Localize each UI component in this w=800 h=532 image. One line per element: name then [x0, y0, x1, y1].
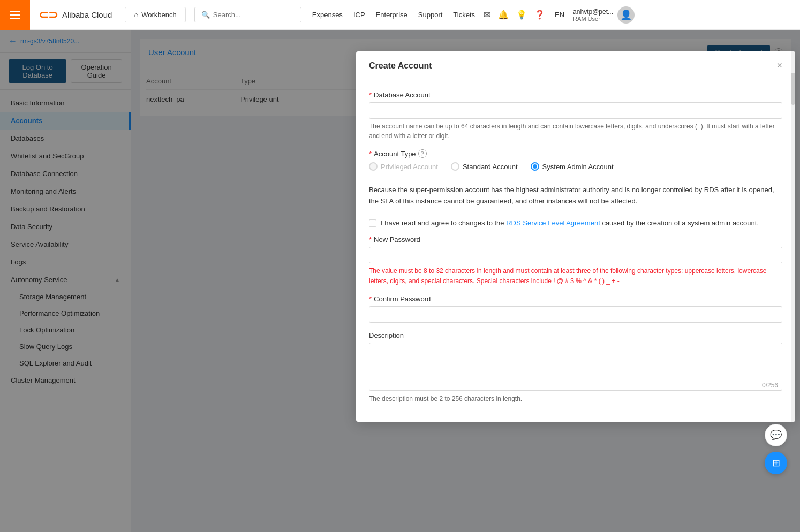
- radio-sysadmin[interactable]: System Admin Account: [531, 162, 614, 171]
- modal-scrollbar[interactable]: [791, 51, 795, 422]
- confirm-password-input[interactable]: [369, 306, 782, 323]
- modal-header: Create Account ×: [356, 51, 795, 80]
- nav-expenses[interactable]: Expenses: [312, 11, 343, 19]
- message-icon[interactable]: ✉: [484, 10, 490, 20]
- radio-circle-standard: [451, 162, 459, 171]
- modal-close-button[interactable]: ×: [776, 60, 782, 71]
- nav-tickets[interactable]: Tickets: [453, 11, 475, 19]
- create-account-modal: Create Account × * Database Account The …: [356, 51, 795, 422]
- avatar[interactable]: 👤: [617, 6, 635, 24]
- nav-icons: ✉ 🔔 💡 ❓ EN: [484, 10, 564, 20]
- account-type-help-icon[interactable]: ?: [418, 149, 427, 158]
- new-password-input[interactable]: [369, 247, 782, 263]
- lang-button[interactable]: EN: [555, 11, 564, 19]
- app-float-button[interactable]: ⊞: [765, 452, 787, 474]
- radio-standard[interactable]: Standard Account: [451, 162, 518, 171]
- agreement-checkbox[interactable]: [369, 219, 376, 227]
- description-textarea-wrap: 0/256: [369, 343, 782, 392]
- rds-agreement-link[interactable]: RDS Service Level Agreement: [506, 219, 600, 227]
- apps-icon: ⊞: [772, 457, 780, 469]
- account-type-options: Privileged Account Standard Account Syst…: [369, 162, 782, 171]
- new-password-label: * New Password: [369, 235, 782, 244]
- warning-text: Because the super-permission account has…: [369, 185, 782, 207]
- required-star-3: *: [369, 235, 372, 244]
- bell-icon[interactable]: 🔔: [498, 10, 509, 20]
- alibaba-logo-icon: ⊂⊃: [39, 8, 58, 22]
- confirm-password-field: * Confirm Password: [369, 295, 782, 323]
- search-icon: 🔍: [201, 11, 210, 19]
- hamburger-button[interactable]: [0, 0, 30, 30]
- modal-body: * Database Account The account name can …: [356, 80, 795, 422]
- nav-support[interactable]: Support: [418, 11, 443, 19]
- bulb-icon[interactable]: 💡: [516, 10, 527, 20]
- nav-enterprise[interactable]: Enterprise: [376, 11, 407, 19]
- nav-links: Expenses ICP Enterprise Support Tickets: [312, 11, 475, 19]
- user-area[interactable]: anhvtp@pet... RAM User 👤: [573, 6, 635, 24]
- search-input[interactable]: [213, 11, 295, 19]
- description-hint: The description must be 2 to 256 charact…: [369, 395, 782, 402]
- radio-privileged[interactable]: Privileged Account: [369, 162, 438, 171]
- modal-scrollbar-thumb: [791, 73, 795, 105]
- user-name: anhvtp@pet...: [573, 8, 613, 16]
- database-account-hint: The account name can be up to 64 charact…: [369, 121, 782, 141]
- nav-icp[interactable]: ICP: [353, 11, 365, 19]
- description-textarea[interactable]: [369, 343, 782, 391]
- new-password-field: * New Password The value must be 8 to 32…: [369, 235, 782, 286]
- database-account-input[interactable]: [369, 102, 782, 119]
- search-box[interactable]: 🔍: [194, 7, 301, 22]
- required-star: *: [369, 91, 372, 99]
- chat-icon: 💬: [770, 429, 782, 441]
- hamburger-icon: [10, 11, 20, 19]
- agreement-checkbox-row: I have read and agree to changes to the …: [369, 219, 782, 227]
- description-field: Description 0/256 The description must b…: [369, 331, 782, 402]
- account-type-label: * Account Type ?: [369, 149, 782, 158]
- user-role: RAM User: [573, 16, 613, 22]
- database-account-label: * Database Account: [369, 91, 782, 99]
- home-icon: ⌂: [134, 11, 138, 19]
- logo-text: Alibaba Cloud: [62, 10, 112, 19]
- top-navigation: ⊂⊃ Alibaba Cloud ⌂ Workbench 🔍 Expenses …: [0, 0, 800, 30]
- radio-circle-privileged: [369, 162, 378, 171]
- confirm-password-label: * Confirm Password: [369, 295, 782, 303]
- workbench-label: Workbench: [141, 11, 177, 19]
- chat-float-button[interactable]: 💬: [765, 424, 787, 446]
- modal-title: Create Account: [369, 61, 432, 71]
- description-count: 0/256: [762, 382, 778, 389]
- workbench-button[interactable]: ⌂ Workbench: [125, 7, 185, 22]
- required-star-4: *: [369, 295, 372, 303]
- required-star-2: *: [369, 150, 372, 158]
- password-error-text: The value must be 8 to 32 characters in …: [369, 266, 782, 286]
- agreement-label: I have read and agree to changes to the …: [381, 219, 759, 227]
- account-type-field: * Account Type ? Privileged Account Stan…: [369, 149, 782, 171]
- radio-circle-sysadmin: [531, 162, 539, 171]
- help-circle-icon[interactable]: ❓: [534, 10, 545, 20]
- main-area: ← rm-gs3/v758n0520... Log On to Database…: [0, 30, 800, 532]
- database-account-field: * Database Account The account name can …: [369, 91, 782, 141]
- description-label: Description: [369, 331, 782, 339]
- warning-box: Because the super-permission account has…: [369, 179, 782, 212]
- logo-area: ⊂⊃ Alibaba Cloud: [30, 8, 120, 22]
